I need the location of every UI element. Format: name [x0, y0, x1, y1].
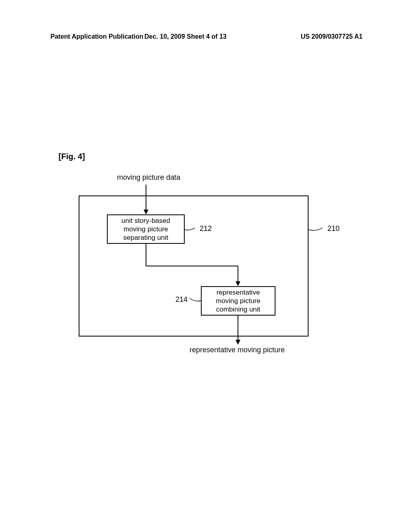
label-214: 214	[175, 295, 188, 304]
header-center-text: Dec. 10, 2009 Sheet 4 of 13	[144, 33, 227, 40]
header-left-text: Patent Application Publication	[50, 33, 144, 40]
label-210: 210	[327, 224, 340, 233]
box-212: unit story-basedmoving pictureseparating…	[107, 214, 185, 244]
box-214: representativemoving picturecombining un…	[201, 286, 275, 316]
output-label: representative moving picture	[190, 346, 285, 354]
box-212-text: unit story-basedmoving pictureseparating…	[121, 216, 170, 242]
input-label: moving picture data	[117, 173, 180, 182]
svg-marker-7	[236, 340, 240, 345]
box-214-text: representativemoving picturecombining un…	[216, 288, 261, 314]
page-header: Patent Application Publication Dec. 10, …	[0, 33, 413, 40]
label-212: 212	[200, 224, 212, 233]
header-right-text: US 2009/0307725 A1	[301, 33, 363, 40]
figure-label: [Fig. 4]	[58, 152, 85, 161]
diagram-container: moving picture data unit story-basedmovi…	[58, 173, 317, 375]
